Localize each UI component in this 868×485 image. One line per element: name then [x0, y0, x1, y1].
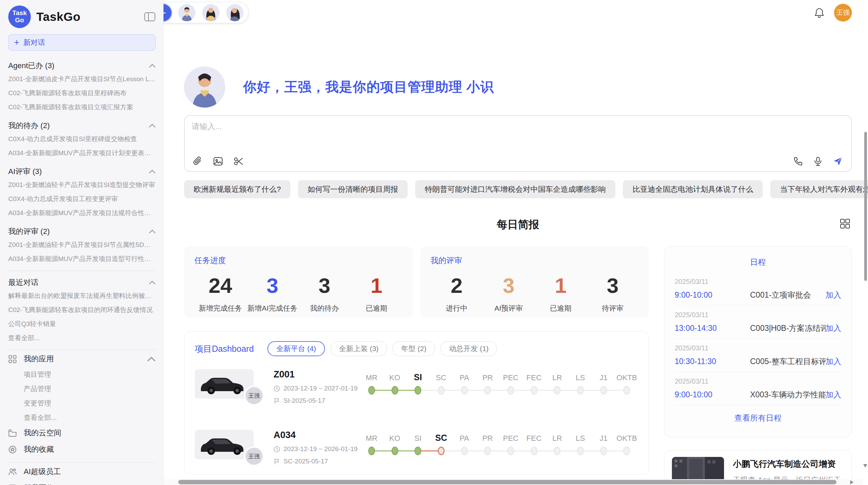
- schedule-name: C001-立项审批会: [750, 290, 825, 300]
- suggestion-chip[interactable]: 如何写一份清晰的项目周报: [298, 180, 408, 198]
- stat-in-progress: 2进行中: [431, 271, 483, 313]
- join-meeting-link[interactable]: 加入: [825, 389, 841, 400]
- suggestion-chips: 欧洲新规最近颁布了什么? 如何写一份清晰的项目周报 特朗普可能对进口汽车增税会对…: [184, 180, 852, 198]
- scroll-right-arrow[interactable]: [850, 480, 854, 484]
- composer-right-icons: [793, 156, 843, 166]
- project-row-z001[interactable]: 王强 Z001 2023-12-19 ~ 2027-01-19 SI-2025-…: [195, 369, 638, 405]
- schedule-date: 2025/03/11: [675, 377, 841, 385]
- sidebar-item-favorites[interactable]: 我的收藏: [8, 441, 156, 458]
- add-agent-button[interactable]: +: [164, 4, 171, 21]
- schedule-date: 2025/03/11: [675, 311, 841, 319]
- suggestion-chip[interactable]: 欧洲新规最近颁布了什么?: [184, 180, 290, 198]
- sidebar-item[interactable]: Z001-全新燃油轻卡产品开发项目SI节点属性5D文件评审: [8, 238, 156, 252]
- project-dates: 2023-12-19 ~ 2027-01-19: [274, 385, 360, 392]
- sidebar-item[interactable]: 解释最新出台的欧盟报废车法规再生塑料比例被调至15%...: [8, 289, 156, 303]
- divider: [8, 350, 156, 350]
- tab-powertrain[interactable]: 动总开发 (1): [441, 341, 497, 356]
- tab-new-body[interactable]: 全新上装 (3): [330, 341, 387, 356]
- image-icon[interactable]: [213, 156, 223, 166]
- project-row-a034[interactable]: 王强 A034 2023-12-19 ~ 2026-01-19 SC-2025-…: [195, 430, 638, 465]
- task-progress-title: 任务进度: [194, 255, 402, 266]
- new-chat-label: 新对话: [23, 38, 45, 47]
- vertical-scrollbar-thumb[interactable]: [864, 132, 867, 281]
- sidebar-item[interactable]: A034-全新新能源MUV产品开发项目计划变更表编写: [8, 146, 156, 160]
- greeting-row: 你好，王强，我是你的项目管理助理 小识: [184, 66, 852, 108]
- milestone-dot-done: [391, 447, 398, 455]
- new-chat-button[interactable]: + 新对话: [8, 34, 156, 51]
- suggestion-chip[interactable]: 特朗普可能对进口汽车增税会对中国车企造成哪些影响: [415, 180, 615, 198]
- agent-avatar-3[interactable]: [226, 4, 243, 21]
- section-agent-done[interactable]: Agent已办 (3): [8, 60, 156, 72]
- message-composer: [184, 115, 852, 172]
- sidebar-item[interactable]: C02-飞腾新能源轻客改款项目的闭环通告反馈情况: [8, 303, 156, 317]
- agent-avatar-1[interactable]: [178, 4, 195, 21]
- flag-icon: [274, 398, 280, 404]
- project-owner-badge: 王强: [244, 446, 264, 466]
- sidebar-item[interactable]: A034-全新新能源MUV产品开发项目造型可行性评审: [8, 252, 156, 266]
- sidebar-item[interactable]: C0X4-动力总成开发项目SI里程碑提交物检查: [8, 132, 156, 146]
- milestone-dot: [531, 386, 538, 395]
- view-all-schedule-link[interactable]: 查看所有日程: [675, 413, 841, 423]
- section-recent-chats[interactable]: 最近对话: [8, 276, 156, 289]
- stat-ai-done: 3新增AI完成任务: [246, 271, 299, 313]
- tab-new-platform[interactable]: 全新平台 (4): [267, 341, 325, 356]
- view-all-chats[interactable]: 查看全部...: [8, 331, 156, 345]
- milestone-dot-done: [368, 447, 375, 455]
- app-item-change-mgmt[interactable]: 变更管理: [8, 396, 156, 410]
- project-name: Z001: [274, 369, 360, 380]
- send-icon[interactable]: [833, 156, 843, 166]
- attachment-icon[interactable]: [192, 156, 203, 166]
- section-my-todo[interactable]: 我的待办 (2): [8, 120, 156, 132]
- sidebar-item[interactable]: C02-飞腾新能源轻客改款项目里程碑画布: [8, 86, 156, 100]
- message-input[interactable]: [192, 121, 844, 149]
- schedule-date: 2025/03/11: [675, 344, 841, 352]
- horizontal-scrollbar[interactable]: [164, 479, 863, 485]
- section-my-review[interactable]: 我的评审 (2): [8, 225, 156, 238]
- app-item-product-mgmt[interactable]: 产品管理: [8, 382, 156, 396]
- notification-bell-icon[interactable]: [814, 7, 824, 18]
- sidebar-item[interactable]: 公司Q3轻卡销量: [8, 317, 156, 331]
- join-meeting-link[interactable]: 加入: [825, 356, 841, 367]
- sidebar-collapse-icon[interactable]: [144, 12, 156, 22]
- phone-call-icon[interactable]: [793, 156, 803, 166]
- project-dashboard-card: 项目Dashboard 全新平台 (4) 全新上装 (3) 年型 (2) 动总开…: [184, 331, 649, 474]
- chevron-up-icon: [149, 281, 156, 285]
- suggestion-chip[interactable]: 比亚迪全固态电池计划具体说了什么: [623, 180, 763, 198]
- schedule-item: 2025/03/11 10:30-11:30 C005-整车工程目标评审 加入: [675, 339, 841, 372]
- section-header-label: Agent已办 (3): [8, 61, 55, 71]
- milestone-dot-current: [414, 386, 421, 395]
- daily-briefing-header: 每日简报: [184, 217, 852, 232]
- join-meeting-link[interactable]: 加入: [825, 290, 841, 300]
- user-avatar[interactable]: 王强: [834, 4, 852, 22]
- sidebar-item-ai-employee[interactable]: AI超级员工: [8, 463, 156, 480]
- microphone-icon[interactable]: [813, 156, 823, 166]
- sidebar-item[interactable]: C0X4-动力总成开发项目工程变更评审: [8, 192, 156, 206]
- section-ai-review[interactable]: AI评审 (3): [8, 165, 156, 178]
- sidebar-item-my-apps[interactable]: 我的应用: [8, 351, 156, 367]
- greeting-text: 你好，王强，我是你的项目管理助理 小识: [243, 78, 494, 96]
- view-all-apps[interactable]: 查看全部...: [8, 410, 156, 425]
- agent-avatar-2[interactable]: [202, 4, 219, 21]
- sidebar-item[interactable]: A034-全新新能源MUV产品开发项目法规符合性评审: [8, 206, 156, 220]
- layout-grid-icon[interactable]: [840, 218, 851, 229]
- join-meeting-link[interactable]: 加入: [825, 323, 841, 334]
- tab-year-model[interactable]: 年型 (2): [393, 341, 435, 356]
- suggestion-chip[interactable]: 当下年轻人对汽车外观有怎样的喜好趋势: [770, 180, 868, 198]
- project-dates: 2023-12-19 ~ 2026-01-19: [274, 445, 360, 453]
- app-item-project-mgmt[interactable]: 项目管理: [8, 367, 156, 382]
- milestone-dot-done: [368, 386, 375, 395]
- horizontal-scrollbar-thumb[interactable]: [178, 480, 836, 484]
- milestone-dot: [438, 386, 445, 395]
- scissors-icon[interactable]: [233, 156, 244, 166]
- sidebar-item-help-write[interactable]: 帮我写作: [8, 480, 156, 485]
- milestone-track: MR KO SI SC PA PR PEC FEC LR LS J1 OKTB: [360, 370, 638, 398]
- schedule-item: 2025/03/11 9:00-10:00 C001-立项审批会 加入: [675, 272, 841, 306]
- sidebar-item[interactable]: Z001-全新燃油轻卡产品开发项目SI造型提交物评审: [8, 178, 156, 192]
- scroll-down-arrow[interactable]: [863, 464, 867, 468]
- vertical-scrollbar[interactable]: [863, 0, 868, 479]
- sidebar-item-cloud-space[interactable]: 我的云空间: [8, 425, 156, 441]
- sidebar-item[interactable]: C02-飞腾新能源轻客改款项目立项汇报方案: [8, 100, 156, 114]
- app-title: TaskGo: [36, 10, 144, 24]
- dashboard-tabs: 全新平台 (4) 全新上装 (3) 年型 (2) 动总开发 (1): [267, 341, 497, 356]
- sidebar-item[interactable]: Z001-全新燃油皮卡产品开发项目SI节点Lesson Learn报告: [8, 72, 156, 86]
